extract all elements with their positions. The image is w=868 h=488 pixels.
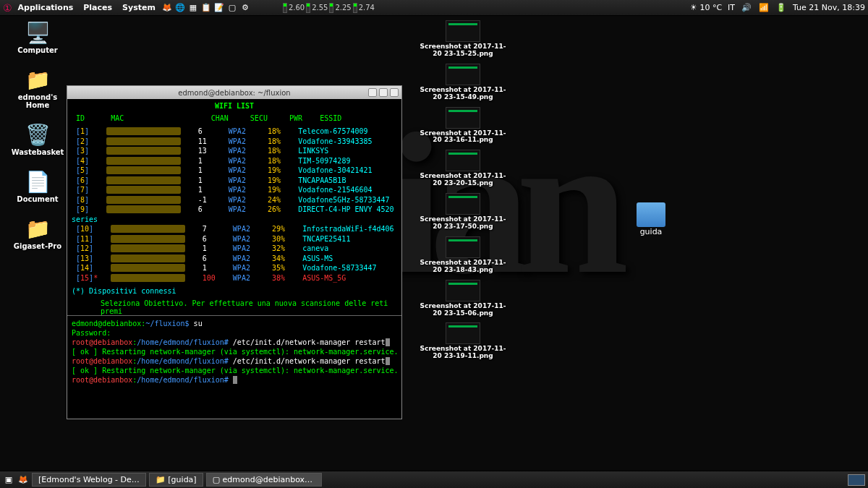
image-icon: [446, 193, 480, 215]
wifi-list-header: ID MAC CHAN SECU PWR ESSID: [72, 114, 397, 122]
taskbar-item[interactable]: ▢ edmond@debianbox: ~…: [206, 473, 322, 487]
icon-label: Screenshot at 2017-11-20 23-18-43.png: [420, 260, 506, 274]
series-note: series: [72, 215, 397, 225]
cpu-monitor[interactable]: 2.25: [329, 3, 351, 13]
taskbar-item[interactable]: 📁 [guida]: [149, 473, 203, 487]
wifi-row: [6] XX:XX:XX:XX:XX:XX 1 WPA2 19% TNCAPAA…: [72, 176, 397, 186]
app-icon[interactable]: 📋: [200, 2, 212, 14]
clock[interactable]: Tue 21 Nov, 18:39: [793, 3, 865, 12]
desktop-screenshot[interactable]: Screenshot at 2017-11-20 23-18-43.png: [420, 236, 506, 274]
chrome-icon[interactable]: 🌐: [174, 2, 186, 14]
terminal-line: root@debianbox:/home/edmond/fluxion#: [72, 375, 397, 385]
wifi-row: [10] XX:XX:XX:XX:XX:XX 7 WPA2 29% Infost…: [72, 224, 397, 234]
app-icon[interactable]: ⚙: [239, 2, 251, 14]
trash-icon: 🗑️: [23, 122, 52, 147]
terminal-line: [ ok ] Restarting network-manager (via s…: [72, 366, 397, 375]
desktop-icon-trash[interactable]: 🗑️Wastebasket: [9, 122, 67, 156]
image-icon: [446, 20, 480, 42]
app-icon[interactable]: 📝: [213, 2, 225, 14]
terminal-body[interactable]: WIFI LIST ID MAC CHAN SECU PWR ESSID [1]…: [67, 99, 401, 419]
icon-label: Screenshot at 2017-11-20 23-15-49.png: [420, 87, 506, 101]
icon-label: Screenshot at 2017-11-20 23-16-11.png: [420, 130, 506, 145]
cpu-monitor[interactable]: 2.74: [353, 3, 375, 13]
terminal-pane-top[interactable]: WIFI LIST ID MAC CHAN SECU PWR ESSID [1]…: [67, 99, 401, 316]
cpu-monitor[interactable]: 2.60: [283, 3, 305, 13]
firefox-icon[interactable]: 🦊: [17, 474, 29, 486]
desktop-folder-guida[interactable]: guida: [622, 202, 680, 236]
image-icon: [446, 150, 480, 171]
wifi-row: [8] XX:XX:XX:XX:XX:XX -1 WPA2 24% Vodafo…: [72, 195, 397, 205]
image-icon: [446, 280, 480, 301]
window-titlebar[interactable]: edmond@debianbox: ~/fluxion: [67, 86, 401, 99]
maximize-button[interactable]: [379, 88, 388, 97]
icon-label: Wastebasket: [9, 148, 67, 156]
connected-note: (*) Dispositivi connessi: [72, 287, 397, 295]
close-button[interactable]: [390, 88, 399, 97]
window-title: edmond@debianbox: ~/fluxion: [178, 89, 290, 97]
wifi-row: [13] XX:XX:XX:XX:XX:XX 6 WPA2 34% ASUS-M…: [72, 254, 397, 264]
wifi-row: [2] XX:XX:XX:XX:XX:XX 11 WPA2 18% Vodafo…: [72, 137, 397, 147]
top-panel: ① Applications Places System 🦊 🌐 ▦ 📋 📝 ▢…: [0, 0, 868, 16]
wifi-list-title: WIFI LIST: [72, 102, 397, 110]
icon-label: Screenshot at 2017-11-20 23-17-50.png: [420, 216, 506, 231]
image-icon: [446, 107, 480, 129]
terminal-window[interactable]: edmond@debianbox: ~/fluxion WIFI LIST ID…: [67, 85, 402, 419]
image-icon: [446, 64, 480, 85]
weather-temp[interactable]: ☀ 10 °C: [690, 3, 722, 12]
wifi-row: [5] XX:XX:XX:XX:XX:XX 1 WPA2 19% Vodafon…: [72, 166, 397, 176]
terminal-line: root@debianbox:/home/edmond/fluxion# /et…: [72, 338, 397, 347]
terminal-line: edmond@debianbox:~/fluxion$ su: [72, 319, 397, 328]
bottom-panel: ▣ 🦊 [Edmond's Weblog - De… 📁 [guida] ▢ e…: [0, 471, 868, 488]
image-icon: [446, 236, 480, 258]
terminal-line: [ ok ] Restarting network-manager (via s…: [72, 347, 397, 356]
desktop-icon-computer[interactable]: 🖥️Computer: [9, 20, 67, 54]
terminal-pane-bottom[interactable]: edmond@debianbox:~/fluxion$ suPassword:r…: [67, 316, 401, 388]
icon-label: edmond's Home: [9, 93, 67, 109]
menu-applications[interactable]: Applications: [14, 1, 78, 14]
wifi-row: [15]* XX:XX:XX:XX:XX:XX 100 WPA2 38% ASU…: [72, 273, 397, 283]
workspace-switcher[interactable]: [848, 474, 865, 486]
terminal-icon[interactable]: ▢: [226, 2, 238, 14]
desktop-icon-gigaset[interactable]: 📁Gigaset-Pro: [9, 216, 67, 250]
document-icon: 📄: [23, 169, 52, 194]
wifi-row: [9] XX:XX:XX:XX:XX:XX 6 WPA2 26% DIRECT-…: [72, 205, 397, 215]
icon-label: Screenshot at 2017-11-20 23-15-25.png: [420, 43, 506, 58]
keyboard-layout[interactable]: IT: [728, 3, 735, 12]
select-message: Seleziona Obiettivo. Per effettuare una …: [72, 299, 397, 315]
wifi-row: [3] XX:XX:XX:XX:XX:XX 13 WPA2 18% LINKSY…: [72, 146, 397, 156]
debian-logo-icon[interactable]: ①: [3, 2, 12, 14]
menu-system[interactable]: System: [118, 1, 160, 14]
folder-icon: [637, 202, 665, 227]
wifi-row: [1] XX:XX:XX:XX:XX:XX 6 WPA2 18% Telecom…: [72, 127, 397, 137]
desktop-screenshot[interactable]: Screenshot at 2017-11-20 23-19-11.png: [420, 322, 506, 360]
show-desktop-icon[interactable]: ▣: [3, 474, 14, 486]
gigaset-icon: 📁: [23, 216, 52, 241]
app-icon[interactable]: ▦: [187, 2, 199, 14]
desktop-screenshot[interactable]: Screenshot at 2017-11-20 23-20-15.png: [420, 150, 506, 187]
desktop-screenshot[interactable]: Screenshot at 2017-11-20 23-15-06.png: [420, 280, 506, 317]
firefox-icon[interactable]: 🦊: [161, 2, 173, 14]
desktop-screenshot[interactable]: Screenshot at 2017-11-20 23-16-11.png: [420, 107, 506, 145]
battery-icon[interactable]: 🔋: [775, 2, 787, 14]
volume-icon[interactable]: 🔊: [741, 2, 752, 14]
icon-label: Gigaset-Pro: [9, 242, 67, 250]
cpu-monitor[interactable]: 2.55: [306, 3, 328, 13]
network-icon[interactable]: 📶: [758, 2, 770, 14]
taskbar-item[interactable]: [Edmond's Weblog - De…: [32, 473, 146, 487]
icon-label: Screenshot at 2017-11-20 23-20-15.png: [420, 173, 506, 187]
minimize-button[interactable]: [368, 88, 377, 97]
desktop-screenshot[interactable]: Screenshot at 2017-11-20 23-17-50.png: [420, 193, 506, 231]
icon-label: Screenshot at 2017-11-20 23-15-06.png: [420, 303, 506, 317]
menu-places[interactable]: Places: [79, 1, 116, 14]
icon-label: Screenshot at 2017-11-20 23-19-11.png: [420, 346, 506, 360]
wifi-row: [11] XX:XX:XX:XX:XX:XX 6 WPA2 30% TNCAPE…: [72, 234, 397, 244]
wifi-row: [12] XX:XX:XX:XX:XX:XX 1 WPA2 32% caneva: [72, 244, 397, 254]
wifi-row: [7] XX:XX:XX:XX:XX:XX 1 WPA2 19% Vodafon…: [72, 185, 397, 195]
icon-label: Computer: [9, 46, 67, 54]
desktop-screenshot[interactable]: Screenshot at 2017-11-20 23-15-25.png: [420, 20, 506, 58]
image-icon: [446, 322, 480, 344]
desktop-icon-document[interactable]: 📄Document: [9, 169, 67, 203]
desktop-screenshot[interactable]: Screenshot at 2017-11-20 23-15-49.png: [420, 64, 506, 101]
desktop-icon-home[interactable]: 📁edmond's Home: [9, 67, 67, 109]
terminal-line: Password:: [72, 328, 397, 338]
